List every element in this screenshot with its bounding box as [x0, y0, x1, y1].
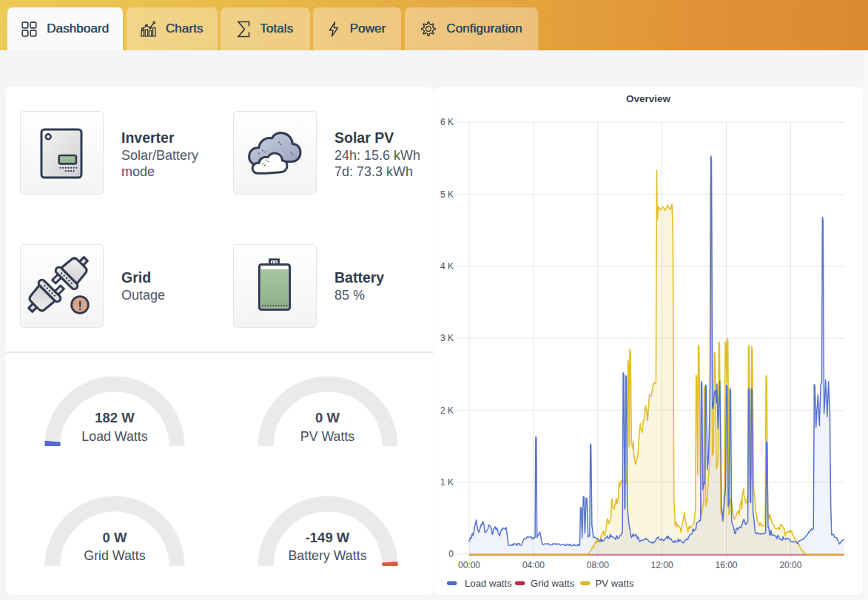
svg-text:16:00: 16:00 — [715, 560, 737, 570]
svg-text:04:00: 04:00 — [522, 560, 545, 570]
svg-text:!: ! — [78, 299, 82, 313]
svg-text:20:00: 20:00 — [779, 560, 801, 570]
svg-text:4 K: 4 K — [440, 261, 454, 272]
svg-text:6 K: 6 K — [440, 117, 454, 127]
svg-text:5 K: 5 K — [440, 189, 454, 200]
svg-text:3 K: 3 K — [440, 333, 454, 343]
svg-text:0: 0 — [448, 549, 454, 559]
svg-text:Grid watts: Grid watts — [531, 578, 575, 589]
svg-text:Load watts: Load watts — [465, 578, 512, 589]
svg-text:12:00: 12:00 — [651, 560, 673, 570]
svg-text:Overview: Overview — [626, 93, 671, 104]
svg-text:1 K: 1 K — [440, 477, 454, 488]
svg-text:08:00: 08:00 — [587, 560, 609, 570]
svg-text:PV watts: PV watts — [596, 578, 634, 589]
svg-text:00:00: 00:00 — [458, 560, 480, 570]
svg-text:2 K: 2 K — [440, 405, 454, 416]
